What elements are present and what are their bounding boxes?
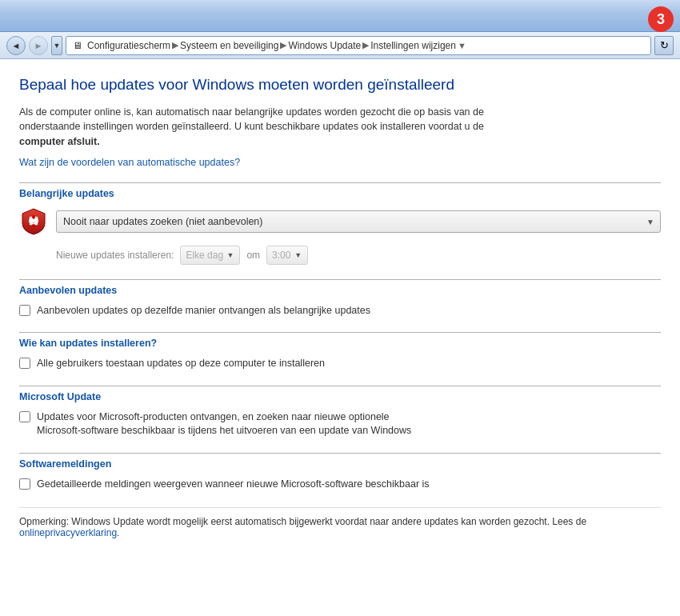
schedule-time-wrapper: 3:00 ▼ [266,246,308,265]
refresh-button[interactable]: ↻ [654,36,674,55]
who-can-install-title: Wie kan updates installeren? [19,338,661,349]
schedule-day-wrapper: Elke dag ▼ [180,246,240,265]
recommended-updates-row: Aanbevolen updates op dezelfde manier on… [19,304,661,318]
schedule-label: Nieuwe updates installeren: [56,250,174,261]
help-link[interactable]: Wat zijn de voordelen van automatische u… [19,157,240,168]
recommended-updates-section: Aanbevolen updates Aanbevolen updates op… [19,279,661,318]
important-updates-row: Updates automatisch installeren (aanbevo… [19,207,661,236]
path-sep-1: ▶ [172,40,178,50]
recommended-updates-title: Aanbevolen updates [19,285,661,296]
microsoft-update-label: Updates voor Microsoft-producten ontvang… [37,410,411,438]
path-sep-2: ▶ [280,40,286,50]
microsoft-update-section: Microsoft Update Updates voor Microsoft-… [19,386,661,438]
microsoft-update-title: Microsoft Update [19,391,661,402]
microsoft-update-checkbox[interactable] [19,411,30,422]
install-schedule-row: Nieuwe updates installeren: Elke dag ▼ o… [56,246,661,265]
schedule-day-dropdown[interactable]: Elke dag [180,246,240,265]
breadcrumb-systeem[interactable]: Systeem en beveiliging [180,40,278,51]
important-updates-dropdown[interactable]: Updates automatisch installeren (aanbevo… [56,210,661,233]
recommended-updates-checkbox[interactable] [19,305,30,316]
software-notifications-checkbox[interactable] [19,478,30,490]
window-titlebar [0,0,680,32]
step-badge: 3 [648,6,674,32]
svg-point-2 [32,224,35,227]
page-description: Als de computer online is, kan automatis… [19,105,661,150]
important-updates-section: Belangrijke updates [19,182,661,265]
path-sep-4: ▼ [458,41,466,50]
om-text: om [246,250,260,261]
important-updates-dropdown-container: Updates automatisch installeren (aanbevo… [56,210,661,233]
who-can-install-checkbox[interactable] [19,358,30,369]
software-notifications-row: Gedetailleerde meldingen weergeven wanne… [19,478,661,492]
page-title: Bepaal hoe updates voor Windows moeten w… [19,75,661,95]
software-notifications-label: Gedetailleerde meldingen weergeven wanne… [37,478,430,492]
path-sep-3: ▶ [362,40,369,50]
who-can-install-section: Wie kan updates installeren? Alle gebrui… [19,332,661,371]
main-content: Bepaal hoe updates voor Windows moeten w… [0,59,680,616]
forward-button[interactable]: ► [29,36,48,55]
microsoft-update-row: Updates voor Microsoft-producten ontvang… [19,410,661,438]
who-can-install-label: Alle gebruikers toestaan updates op deze… [37,357,325,371]
breadcrumb-path: 🖥 Configuratiescherm ▶ Systeem en beveil… [66,36,651,55]
important-updates-title: Belangrijke updates [19,188,661,199]
breadcrumb-instellingen[interactable]: Instellingen wijzigen [370,40,456,51]
software-notifications-section: Softwaremeldingen Gedetailleerde melding… [19,453,661,492]
software-notifications-title: Softwaremeldingen [19,458,661,470]
recommended-updates-label: Aanbevolen updates op dezelfde manier on… [37,304,370,318]
footer-note: Opmerking: Windows Update wordt mogelijk… [19,507,661,538]
path-icon: 🖥 [71,39,84,52]
who-can-install-row: Alle gebruikers toestaan updates op deze… [19,357,661,371]
breadcrumb-windows-update[interactable]: Windows Update [288,40,361,51]
shield-icon [19,207,48,236]
back-button[interactable]: ◄ [6,36,26,55]
address-bar: ◄ ► ▼ 🖥 Configuratiescherm ▶ Systeem en … [0,32,680,59]
history-dropdown[interactable]: ▼ [51,36,62,55]
schedule-time-dropdown[interactable]: 3:00 [266,246,308,265]
privacy-link[interactable]: onlineprivacyverklaring [19,527,117,538]
breadcrumb-configuratiescherm[interactable]: Configuratiescherm [87,40,170,51]
